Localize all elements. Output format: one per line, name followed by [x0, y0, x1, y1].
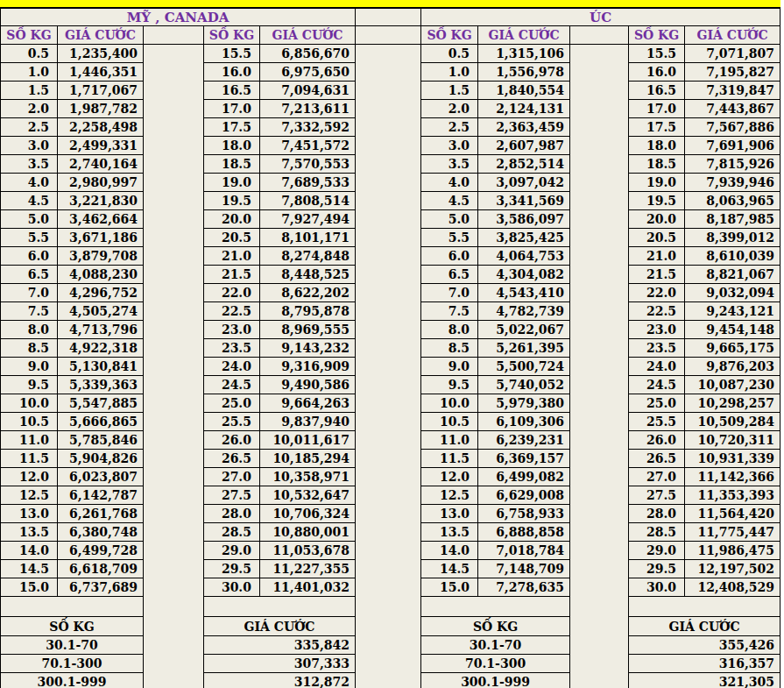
range-cell: 70.1-300: [1, 655, 144, 673]
price-cell: 7,094,631: [260, 82, 356, 100]
kg-cell: 16.0: [629, 63, 685, 82]
kg-cell: 12.0: [421, 468, 478, 486]
price-cell: 5,500,724: [478, 358, 570, 376]
price-cell: 6,023,807: [58, 468, 144, 486]
price-header: GIÁ CƯỚC: [478, 26, 570, 45]
price-cell: 1,717,067: [58, 82, 144, 100]
table-row: 0.51,235,400 15.56,856,670 0.51,315,106 …: [1, 45, 780, 63]
price-cell: 8,448,525: [260, 266, 356, 284]
kg-cell: 16.0: [204, 63, 260, 82]
price-cell: 7,689,533: [260, 174, 356, 192]
price-cell: 10,509,284: [685, 413, 780, 431]
kg-cell: 9.0: [1, 358, 58, 376]
rate-cell: 312,872: [204, 673, 356, 688]
kg-cell: 14.5: [421, 560, 478, 578]
gap-column: [356, 45, 421, 688]
price-cell: 2,740,164: [58, 155, 144, 174]
kg-cell: 28.5: [629, 523, 685, 542]
price-cell: 7,815,926: [685, 155, 780, 174]
kg-header: SỐ KG: [421, 26, 478, 45]
highlight-bar: [0, 0, 780, 8]
price-cell: 7,567,886: [685, 118, 780, 137]
kg-cell: 5.0: [421, 210, 478, 229]
kg-cell: 26.0: [204, 431, 260, 450]
kg-cell: 6.0: [421, 247, 478, 266]
kg-cell: 7.5: [1, 302, 58, 321]
kg-cell: 28.0: [629, 505, 685, 523]
kg-cell: 15.0: [1, 578, 58, 597]
price-cell: 12,197,502: [685, 560, 780, 578]
kg-cell: 2.0: [1, 100, 58, 118]
price-cell: 5,785,846: [58, 431, 144, 450]
kg-cell: 20.0: [629, 210, 685, 229]
spacer-cell: [629, 597, 780, 617]
kg-header: SỐ KG: [1, 26, 58, 45]
gap-column: [570, 45, 629, 688]
price-cell: 7,071,807: [685, 45, 780, 63]
kg-cell: 23.5: [629, 339, 685, 358]
price-cell: 4,713,796: [58, 321, 144, 339]
price-cell: 5,022,067: [478, 321, 570, 339]
kg-cell: 24.5: [204, 376, 260, 394]
price-cell: 6,142,787: [58, 486, 144, 505]
price-cell: 4,064,753: [478, 247, 570, 266]
kg-cell: 24.5: [629, 376, 685, 394]
kg-cell: 9.5: [421, 376, 478, 394]
price-cell: 3,825,425: [478, 229, 570, 247]
kg-cell: 14.5: [1, 560, 58, 578]
kg-cell: 13.5: [421, 523, 478, 542]
price-cell: 7,443,867: [685, 100, 780, 118]
kg-cell: 6.0: [1, 247, 58, 266]
price-cell: 7,319,847: [685, 82, 780, 100]
price-cell: 3,671,186: [58, 229, 144, 247]
gap-cell: [356, 9, 421, 26]
kg-cell: 4.0: [1, 174, 58, 192]
price-cell: 11,775,447: [685, 523, 780, 542]
price-cell: 10,185,294: [260, 450, 356, 468]
price-cell: 1,315,106: [478, 45, 570, 63]
price-header: GIÁ CƯỚC: [685, 26, 780, 45]
kg-cell: 0.5: [421, 45, 478, 63]
kg-cell: 30.0: [204, 578, 260, 597]
price-cell: 7,927,494: [260, 210, 356, 229]
kg-cell: 14.0: [421, 542, 478, 560]
price-cell: 9,837,940: [260, 413, 356, 431]
price-cell: 10,298,257: [685, 394, 780, 413]
kg-cell: 16.5: [204, 82, 260, 100]
kg-cell: 25.0: [629, 394, 685, 413]
kg-cell: 1.0: [1, 63, 58, 82]
price-cell: 10,358,971: [260, 468, 356, 486]
price-cell: 6,499,728: [58, 542, 144, 560]
price-cell: 7,148,709: [478, 560, 570, 578]
kg-cell: 20.0: [204, 210, 260, 229]
price-cell: 3,097,042: [478, 174, 570, 192]
price-cell: 10,880,001: [260, 523, 356, 542]
kg-cell: 21.5: [629, 266, 685, 284]
price-cell: 5,130,841: [58, 358, 144, 376]
kg-cell: 11.0: [421, 431, 478, 450]
kg-cell: 24.0: [204, 358, 260, 376]
price-cell: 8,821,067: [685, 266, 780, 284]
price-cell: 4,088,230: [58, 266, 144, 284]
price-cell: 7,213,611: [260, 100, 356, 118]
kg-cell: 17.5: [629, 118, 685, 137]
kg-cell: 4.0: [421, 174, 478, 192]
kg-cell: 11.0: [1, 431, 58, 450]
price-cell: 6,380,748: [58, 523, 144, 542]
price-cell: 7,808,514: [260, 192, 356, 210]
kg-cell: 17.5: [204, 118, 260, 137]
price-cell: 5,339,363: [58, 376, 144, 394]
price-cell: 7,278,635: [478, 578, 570, 597]
price-cell: 8,795,878: [260, 302, 356, 321]
price-cell: 11,227,355: [260, 560, 356, 578]
gap-cell: [356, 26, 421, 45]
kg-cell: 3.5: [1, 155, 58, 174]
kg-cell: 18.0: [204, 137, 260, 155]
kg-cell: 1.5: [1, 82, 58, 100]
price-cell: 5,547,885: [58, 394, 144, 413]
kg-cell: 21.0: [629, 247, 685, 266]
price-cell: 3,462,664: [58, 210, 144, 229]
kg-cell: 22.0: [204, 284, 260, 302]
price-cell: 5,666,865: [58, 413, 144, 431]
kg-cell: 15.5: [629, 45, 685, 63]
